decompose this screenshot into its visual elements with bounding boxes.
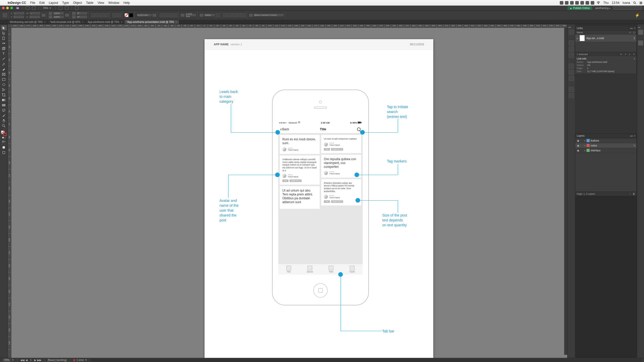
- layers-panel-title[interactable]: Layers: [577, 134, 584, 137]
- canvas[interactable]: -290-280-270-260-250-240-230-220-210-200…: [8, 24, 567, 358]
- tray-icon-5[interactable]: [580, 1, 584, 5]
- close-tab-icon[interactable]: ×: [121, 21, 122, 23]
- link-info-collapse-icon[interactable]: ▾: [634, 57, 635, 60]
- screen-mode-normal-button[interactable]: [1, 145, 7, 150]
- window-close-button[interactable]: [2, 7, 5, 9]
- help-search-input[interactable]: [614, 6, 642, 10]
- dock-icon-layers-active[interactable]: [638, 40, 643, 46]
- fitting-center-button[interactable]: [169, 13, 173, 17]
- tray-icon-2[interactable]: [565, 1, 569, 5]
- fill-swatch[interactable]: [124, 13, 129, 17]
- menubar-day[interactable]: Thu: [602, 1, 610, 5]
- dock-icon-links-active[interactable]: [638, 30, 643, 35]
- formatting-affects-button[interactable]: T: [1, 140, 7, 143]
- content-collector-tool[interactable]: [1, 46, 7, 51]
- fitting-fit-button[interactable]: [164, 13, 168, 17]
- close-tab-icon[interactable]: ×: [44, 21, 45, 23]
- screen-mode-preview-button[interactable]: [1, 150, 7, 155]
- stroke-weight-field[interactable]: 0,233 mm: [137, 13, 152, 17]
- new-layer-icon[interactable]: ▫: [630, 193, 630, 195]
- flip-h-button[interactable]: [100, 13, 104, 17]
- select-container-button[interactable]: [112, 13, 116, 17]
- rectangle-frame-tool[interactable]: [1, 72, 7, 77]
- type-tool[interactable]: T: [1, 51, 7, 56]
- gap-tool[interactable]: [1, 41, 7, 46]
- links-disclosure-icon[interactable]: ▸: [577, 37, 578, 40]
- pen-tool[interactable]: [1, 61, 7, 66]
- dock-expand-1[interactable]: ▸▸: [567, 26, 571, 29]
- wifi-icon[interactable]: [595, 1, 602, 4]
- dock-icon-paragraph-styles[interactable]: [569, 87, 574, 92]
- text-wrap-jump-button[interactable]: [237, 13, 241, 17]
- selection-tool[interactable]: [1, 25, 7, 30]
- iphone-home-button[interactable]: [313, 283, 328, 298]
- links-col-name[interactable]: Name: [577, 31, 629, 34]
- y-field[interactable]: –: [13, 15, 24, 19]
- menubar-user[interactable]: Ivana: [621, 1, 632, 5]
- layer-disclosure-icon[interactable]: ▸: [584, 149, 586, 152]
- visibility-toggle-icon[interactable]: ◉: [576, 139, 580, 142]
- tab-bar-item[interactable]: First: [278, 264, 299, 274]
- menu-object[interactable]: Object: [71, 1, 84, 5]
- links-row-1[interactable]: ▸ App-wir...e.indd 1: [575, 35, 637, 42]
- menu-layout[interactable]: Layout: [47, 1, 60, 5]
- dock-icon-layers[interactable]: [569, 47, 574, 52]
- view-options-button[interactable]: [59, 6, 62, 10]
- menu-window[interactable]: Window: [106, 1, 122, 5]
- menu-table[interactable]: Table: [84, 1, 96, 5]
- layer-disclosure-icon[interactable]: ▸: [584, 144, 586, 147]
- constrain-scale-icon[interactable]: [65, 14, 69, 17]
- dock-icon-color[interactable]: [569, 76, 574, 81]
- text-wrap-bounding-button[interactable]: [228, 13, 232, 17]
- text-wrap-none-button[interactable]: [223, 13, 227, 17]
- ellipse-tool[interactable]: [1, 82, 7, 87]
- goto-link-icon[interactable]: ↗: [624, 53, 626, 56]
- dock-icon-stroke[interactable]: [569, 64, 574, 69]
- default-fill-stroke-button[interactable]: [1, 136, 7, 140]
- close-tab-icon[interactable]: ×: [176, 21, 177, 23]
- tab-bar-item[interactable]: Fourth: [342, 264, 363, 274]
- shear-field[interactable]: 0°: [76, 15, 88, 19]
- tag-pill[interactable]: USER TAG 2: [331, 148, 343, 151]
- quick-apply-icon[interactable]: ⚡: [632, 13, 642, 18]
- w-field[interactable]: –: [29, 12, 41, 15]
- layers-panel-menu-icon[interactable]: ≡: [634, 134, 635, 137]
- line-tool[interactable]: [1, 56, 7, 61]
- dock-icon-swatches[interactable]: [569, 70, 574, 75]
- document-tab[interactable]: *App-wireframe-presentation.indd @ 70%×: [124, 20, 179, 24]
- links-panel-title[interactable]: Links: [577, 27, 583, 30]
- zoom-level-dropdown[interactable]: 70%▼: [43, 7, 51, 10]
- select-content-button[interactable]: [117, 13, 121, 17]
- scissors-tool[interactable]: [1, 87, 7, 92]
- object-style-dropdown[interactable]: [Basic Graphics Frame]+: [253, 13, 284, 17]
- vertical-scrollbar[interactable]: [564, 28, 567, 355]
- menu-help[interactable]: Help: [121, 1, 132, 5]
- close-tab-icon[interactable]: ×: [82, 21, 83, 23]
- menu-edit[interactable]: Edit: [37, 1, 47, 5]
- tray-icon-1[interactable]: [560, 1, 563, 5]
- horizontal-scrollbar[interactable]: [91, 359, 641, 361]
- spotlight-icon[interactable]: [632, 1, 638, 4]
- layer-row[interactable]: ◉▸notes✎: [575, 143, 637, 148]
- text-wrap-shape-button[interactable]: [232, 13, 236, 17]
- status-master[interactable]: [Basic] (working): [47, 359, 68, 361]
- bridge-button[interactable]: [26, 6, 29, 10]
- edit-original-icon[interactable]: ✎: [633, 53, 635, 56]
- document-page[interactable]: APP NAME version 1 05/11/2016 Leads back…: [205, 39, 433, 358]
- publish-online-button[interactable]: ▲Publish Online: [567, 6, 592, 10]
- dock-expand-2[interactable]: ▸▸: [637, 26, 641, 29]
- links-col-status-icon[interactable]: ⚠: [629, 31, 631, 34]
- vertical-ruler[interactable]: 0102030405060708090100110120130140150160…: [8, 28, 11, 358]
- tag-pill[interactable]: TAG: [324, 148, 330, 151]
- zoom-tool[interactable]: [1, 123, 7, 128]
- tag-pill[interactable]: USER TAG 2: [290, 179, 302, 182]
- feed-card[interactable]: Ehenitor ehendem asitas ata eturero hili…: [321, 179, 361, 206]
- eyedropper-tool[interactable]: [1, 113, 7, 118]
- update-link-icon[interactable]: ⤓: [629, 53, 631, 56]
- scale-y-field[interactable]: 100%: [53, 15, 64, 19]
- text-wrap-column-button[interactable]: [242, 13, 246, 17]
- layer-row[interactable]: ◉▸interface: [575, 148, 637, 153]
- rotate-field[interactable]: 0°: [76, 12, 88, 15]
- menubar-time[interactable]: 13:54: [610, 1, 621, 5]
- nav-back-button[interactable]: ‹Back: [280, 127, 289, 132]
